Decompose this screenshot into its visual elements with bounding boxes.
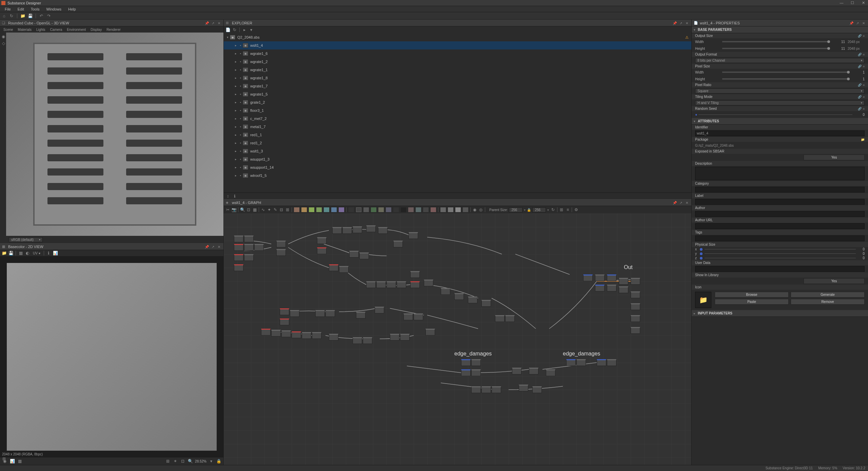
link-icon[interactable]: 🔗 — [858, 65, 862, 68]
center-icon[interactable]: ⊡ — [180, 458, 185, 464]
tab-camera[interactable]: Camera — [48, 28, 64, 32]
view-mode-1-icon[interactable]: ⊞ — [559, 207, 564, 212]
view-mode-2-icon[interactable]: ≡ — [565, 207, 570, 212]
node-type-12[interactable] — [430, 207, 437, 213]
popout-icon[interactable]: ↗ — [211, 21, 215, 25]
tree-item[interactable]: ▸▪◈wgrate1_2 — [224, 58, 691, 66]
tree-item[interactable]: ▸▪◈wsupprt1_3 — [224, 155, 691, 163]
pin-icon[interactable]: 📌 — [204, 21, 209, 25]
height-slider[interactable] — [722, 48, 830, 49]
phys-y[interactable]: 0 — [858, 252, 865, 255]
height-value[interactable]: 11 — [833, 47, 845, 50]
output-format-dropdown[interactable]: 8 bits per Channel — [695, 58, 865, 63]
tree-item[interactable]: ▸▪◈red1_1 — [224, 131, 691, 139]
node-type-8[interactable] — [400, 207, 407, 213]
home-icon[interactable]: ⌂ — [1, 13, 7, 19]
reset-icon[interactable]: ↻ — [550, 207, 556, 212]
menu-edit[interactable]: Edit — [14, 7, 27, 11]
open-folder-icon[interactable]: 📁 — [20, 13, 25, 19]
exposed-toggle[interactable]: Yes — [804, 155, 865, 160]
save-icon[interactable]: 💾 — [27, 13, 33, 19]
snapshot-icon[interactable]: 📷 — [231, 207, 237, 212]
px-height-value[interactable]: 1 — [852, 77, 865, 81]
link-icon[interactable]: 🔗 — [858, 34, 862, 38]
cut-icon[interactable]: ✂ — [225, 207, 231, 212]
node-color-6[interactable] — [331, 207, 337, 213]
tree-root[interactable]: ▾ ◆ Q2_2048.sbs ⚠ — [224, 33, 691, 41]
stats-icon[interactable]: 📊 — [53, 250, 58, 256]
maximize-button[interactable]: ☐ — [849, 1, 856, 5]
popout-icon[interactable]: ↗ — [211, 245, 215, 249]
popout-icon[interactable]: ↗ — [678, 21, 683, 25]
node-mode-3[interactable] — [455, 207, 461, 213]
tree-item[interactable]: ▸▪◈floor3_1 — [224, 106, 691, 115]
node-type-2[interactable] — [355, 207, 362, 213]
tab-display[interactable]: Display — [88, 28, 104, 32]
node-type-6[interactable] — [385, 207, 392, 213]
tree-item[interactable]: ▸▪◈wgrate1_7 — [224, 82, 691, 90]
parent-width[interactable]: 256 — [509, 207, 522, 212]
tree-item[interactable]: ▸▪◈wsupport1_14 — [224, 163, 691, 171]
random-seed-value[interactable]: 0 — [852, 113, 865, 117]
refresh-icon[interactable]: ↻ — [232, 27, 237, 33]
show-library-toggle[interactable]: Yes — [804, 278, 865, 284]
pin-icon[interactable]: 📌 — [672, 201, 677, 205]
view-3d-viewport[interactable]: ◉ ◇ — [0, 33, 223, 236]
popout-icon[interactable]: ↗ — [678, 201, 683, 205]
link-icon[interactable]: 🔗 — [858, 53, 862, 56]
tags-input[interactable] — [695, 236, 865, 241]
pen-icon[interactable]: ✎ — [273, 207, 278, 212]
node-color-2[interactable] — [301, 207, 308, 213]
tiling-mode-dropdown[interactable]: H and V Tiling — [695, 100, 865, 105]
menu-tools[interactable]: Tools — [27, 7, 43, 11]
section-input-params[interactable]: INPUT PARAMETERS — [698, 311, 866, 315]
grid-icon[interactable]: ▦ — [17, 458, 22, 464]
tree-item[interactable]: ▸▪◈wgrate1_8 — [224, 74, 691, 82]
px-width-value[interactable]: 1 — [852, 70, 865, 74]
tree-item[interactable]: ▸▪◈wgrate1_5 — [224, 90, 691, 98]
phys-x[interactable]: 0 — [858, 247, 865, 251]
tab-scene[interactable]: Scene — [1, 28, 15, 32]
collapse-icon[interactable]: ▾ — [249, 27, 254, 33]
node-mode-1[interactable] — [440, 207, 447, 213]
link-icon[interactable]: 🔗 — [858, 107, 862, 110]
paste-button[interactable]: Paste — [715, 299, 789, 305]
node-type-11[interactable] — [422, 207, 429, 213]
input-icon[interactable]: ◎ — [478, 207, 484, 212]
description-input[interactable] — [695, 167, 865, 180]
zoom-icon[interactable]: 🔍 — [188, 458, 193, 464]
compass-icon[interactable]: ✦ — [267, 207, 272, 212]
node-type-4[interactable] — [370, 207, 377, 213]
node-mode-2[interactable] — [447, 207, 454, 213]
px-width-slider[interactable] — [722, 71, 850, 73]
browse-button[interactable]: Browse — [715, 292, 789, 298]
remove-button[interactable]: Remove — [791, 299, 865, 305]
panel-close-icon[interactable]: ✕ — [685, 201, 689, 205]
width-value[interactable]: 11 — [833, 40, 845, 44]
menu-file[interactable]: File — [1, 7, 14, 11]
identifier-input[interactable] — [695, 130, 865, 136]
expand-icon[interactable]: ▸ — [242, 27, 247, 33]
menu-icon[interactable]: ≡ — [863, 34, 865, 38]
node-color-5[interactable] — [323, 207, 330, 213]
zoom-down-icon[interactable]: ▾ — [209, 458, 214, 464]
node-color-3[interactable] — [308, 207, 315, 213]
light-icon[interactable]: ◇ — [1, 41, 6, 46]
author-input[interactable] — [695, 211, 865, 217]
link-icon[interactable]: 🔗 — [858, 95, 862, 99]
open-icon[interactable]: 📁 — [1, 250, 7, 256]
node-mode-4[interactable] — [462, 207, 469, 213]
menu-icon[interactable]: ≡ — [863, 53, 865, 56]
frame-icon[interactable]: ⊡ — [246, 207, 251, 212]
author-url-input[interactable] — [695, 223, 865, 229]
grid-icon[interactable]: ⊞ — [285, 207, 290, 212]
menu-icon[interactable]: ≡ — [863, 65, 865, 68]
width-slider[interactable] — [722, 41, 830, 42]
generate-button[interactable]: Generate — [791, 292, 865, 298]
close-button[interactable]: ✕ — [860, 1, 867, 5]
pin-icon[interactable]: 📌 — [204, 245, 209, 249]
tree-item[interactable]: ▸▪◈wgrate1_6 — [224, 49, 691, 58]
node-type-10[interactable] — [415, 207, 422, 213]
tree-item[interactable]: ▸▪◈wtroof1_5 — [224, 171, 691, 180]
histogram-icon[interactable]: 📊 — [9, 458, 15, 464]
